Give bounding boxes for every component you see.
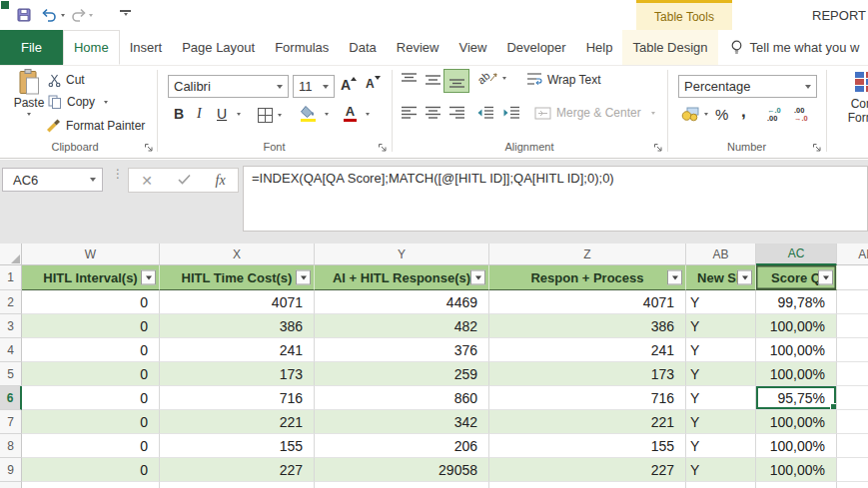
cell-Y5[interactable]: 259 — [315, 362, 489, 386]
cell-Z2[interactable]: 4071 — [489, 290, 686, 314]
name-box-dropdown[interactable] — [90, 178, 96, 182]
row-header-2[interactable]: 2 — [0, 290, 22, 314]
font-size-combo[interactable]: 11 — [293, 75, 335, 98]
column-header-W[interactable]: W — [22, 244, 160, 265]
formula-bar-handle[interactable]: ⋮ — [112, 172, 124, 177]
row-header-5[interactable]: 5 — [0, 362, 22, 386]
cell-AB10[interactable] — [686, 482, 756, 488]
cell-X5[interactable]: 173 — [160, 362, 315, 386]
number-dialog-launcher[interactable] — [812, 141, 823, 152]
cell-AB2[interactable]: Y — [686, 290, 756, 314]
undo-dropdown[interactable] — [61, 6, 65, 24]
filter-button-W[interactable] — [141, 270, 156, 285]
cell-X6[interactable]: 716 — [160, 386, 315, 410]
cell-X7[interactable]: 221 — [160, 410, 315, 434]
cell-AD10[interactable] — [837, 482, 868, 488]
tab-table-design[interactable]: Table Design — [622, 30, 717, 65]
number-format-combo[interactable]: Percentage — [678, 75, 817, 98]
cell-AB6[interactable]: Y — [686, 386, 756, 410]
formula-input[interactable]: =INDEX(QA[QA Score];MATCH([@[HITL ID]];Q… — [243, 166, 868, 232]
format-painter-button[interactable]: Format Painter — [46, 119, 145, 133]
filter-button-AC[interactable] — [818, 270, 833, 285]
cell-W9[interactable]: 0 — [22, 458, 160, 482]
accounting-format-button[interactable] — [681, 106, 708, 122]
cell-Z4[interactable]: 241 — [489, 338, 686, 362]
cancel-icon[interactable]: ✕ — [141, 173, 153, 189]
cell-AB7[interactable]: Y — [686, 410, 756, 434]
column-header-X[interactable]: X — [160, 244, 315, 265]
clipboard-dialog-launcher[interactable] — [144, 141, 155, 152]
row-header-8[interactable]: 8 — [0, 434, 22, 458]
row-header-10[interactable]: 10 — [0, 482, 22, 488]
increase-indent-button[interactable] — [502, 106, 520, 120]
header-cell-W1[interactable]: HITL Interval(s) — [22, 265, 160, 290]
cell-AB9[interactable]: Y — [686, 458, 756, 482]
cell-AC7[interactable]: 100,00% — [756, 410, 837, 434]
column-header-AB[interactable]: AB — [686, 244, 756, 265]
filter-button-AB[interactable] — [737, 270, 752, 285]
column-header-AC[interactable]: AC — [756, 244, 837, 265]
row-header-1[interactable]: 1 — [0, 265, 22, 290]
align-center-button[interactable] — [425, 106, 441, 120]
cell-Z10[interactable]: 614 — [489, 482, 686, 488]
header-cell-X1[interactable]: HITL Time Cost(s) — [160, 265, 315, 290]
font-name-combo[interactable]: Calibri — [168, 75, 289, 98]
cell-X8[interactable]: 155 — [160, 434, 315, 458]
cell-AD4[interactable] — [837, 338, 868, 362]
header-cell-AD1[interactable] — [837, 265, 868, 290]
row-header-7[interactable]: 7 — [0, 410, 22, 434]
cell-AD6[interactable] — [837, 386, 868, 410]
select-all-button[interactable] — [0, 244, 22, 265]
top-align-button[interactable] — [401, 72, 418, 88]
cell-AC3[interactable]: 100,00% — [756, 314, 837, 338]
cell-X3[interactable]: 386 — [160, 314, 315, 338]
filter-button-Z[interactable] — [667, 270, 682, 285]
align-left-button[interactable] — [401, 106, 418, 120]
bottom-align-button[interactable] — [443, 69, 469, 93]
copy-button[interactable]: Copy — [48, 95, 108, 109]
cell-AB5[interactable]: Y — [686, 362, 756, 386]
bold-button[interactable]: B — [174, 106, 184, 122]
header-cell-Z1[interactable]: Respon + Process — [489, 265, 686, 290]
cell-Y10[interactable]: 685 — [315, 482, 489, 488]
row-header-6[interactable]: 6 — [0, 386, 22, 410]
tab-file[interactable]: File — [0, 30, 63, 65]
cell-AB8[interactable]: Y — [686, 434, 756, 458]
fill-color-button[interactable] — [301, 106, 329, 122]
tab-insert[interactable]: Insert — [120, 30, 173, 65]
cell-Z8[interactable]: 155 — [489, 434, 686, 458]
cell-W6[interactable]: 0 — [22, 386, 160, 410]
shrink-font-button[interactable]: A — [366, 77, 381, 91]
cell-Z6[interactable]: 716 — [489, 386, 686, 410]
grow-font-button[interactable]: A — [341, 77, 357, 93]
italic-button[interactable]: I — [197, 106, 202, 122]
cell-AC9[interactable]: 100,00% — [756, 458, 837, 482]
cell-W5[interactable]: 0 — [22, 362, 160, 386]
cell-AD8[interactable] — [837, 434, 868, 458]
tab-data[interactable]: Data — [339, 30, 386, 65]
tab-view[interactable]: View — [448, 30, 496, 65]
cell-W4[interactable]: 0 — [22, 338, 160, 362]
column-header-AD[interactable]: AD — [837, 244, 868, 265]
row-header-9[interactable]: 9 — [0, 458, 22, 482]
cell-Y2[interactable]: 4469 — [315, 290, 489, 314]
cell-AC10[interactable]: 99,68% — [756, 482, 837, 488]
comma-style-button[interactable]: , — [741, 102, 746, 122]
paste-button[interactable]: Paste — [8, 69, 50, 116]
column-header-Z[interactable]: Z — [489, 244, 686, 265]
tell-me-button[interactable]: Tell me what you w — [730, 30, 860, 65]
decrease-indent-button[interactable] — [476, 106, 494, 120]
cell-Y4[interactable]: 376 — [315, 338, 489, 362]
undo-button[interactable] — [42, 6, 58, 24]
tab-page-layout[interactable]: Page Layout — [172, 30, 265, 65]
cell-X9[interactable]: 227 — [160, 458, 315, 482]
cell-W10[interactable]: 0 — [22, 482, 160, 488]
header-cell-Y1[interactable]: AI + HITL Response(s) — [315, 265, 489, 290]
enter-icon[interactable] — [178, 173, 191, 188]
row-header-4[interactable]: 4 — [0, 338, 22, 362]
font-color-button[interactable]: A — [344, 106, 370, 122]
cell-Y6[interactable]: 860 — [315, 386, 489, 410]
cell-X2[interactable]: 4071 — [160, 290, 315, 314]
redo-dropdown[interactable] — [89, 6, 93, 24]
cell-AD5[interactable] — [837, 362, 868, 386]
